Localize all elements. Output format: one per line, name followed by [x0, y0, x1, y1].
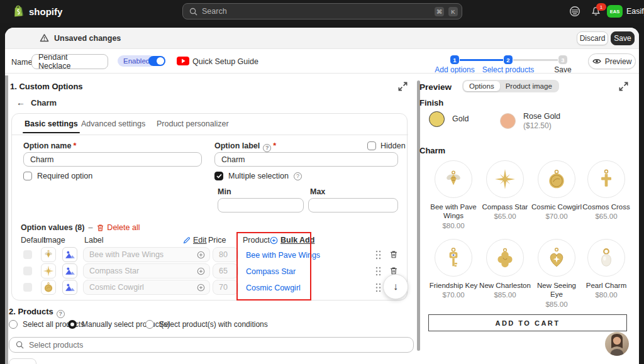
expand-preview-icon[interactable]	[618, 81, 629, 92]
row-label-input[interactable]: Compass Star	[83, 263, 210, 279]
charm-item-cosmos-cross[interactable]: Cosmos Cross$65.00	[580, 160, 632, 220]
row-label-text: Compass Star	[89, 267, 139, 275]
image-placeholder-icon	[65, 250, 75, 260]
quick-setup-guide-link[interactable]: Quick Setup Guide	[192, 57, 258, 66]
charm-image[interactable]	[538, 239, 575, 277]
row-product-link[interactable]: Bee with Pave Wings	[246, 251, 320, 260]
support-chat-avatar[interactable]	[605, 332, 629, 356]
radio-button[interactable]	[9, 320, 18, 329]
charm-image[interactable]	[587, 239, 625, 277]
row-default-checkbox[interactable]	[23, 250, 32, 259]
step-label-1[interactable]: Add options	[435, 65, 474, 74]
radio-button[interactable]	[145, 320, 154, 329]
global-search-input[interactable]: Search ⌘ K	[182, 3, 462, 19]
enabled-toggle[interactable]	[148, 56, 165, 66]
charm-image[interactable]	[587, 160, 625, 198]
heart-charm-icon	[546, 247, 567, 268]
row-image-upload-button[interactable]	[62, 247, 77, 262]
row-default-checkbox[interactable]	[23, 267, 32, 275]
expand-panel-icon[interactable]	[397, 81, 408, 92]
drag-handle-icon	[375, 267, 381, 276]
row-default-checkbox[interactable]	[23, 283, 32, 292]
storefront-icon-button[interactable]	[569, 6, 580, 19]
tab-advanced-settings[interactable]: Advanced settings	[81, 119, 145, 128]
add-to-cart-button[interactable]: ADD TO CART	[428, 314, 627, 331]
save-button[interactable]: Save	[611, 31, 635, 45]
radio-button[interactable]	[68, 320, 77, 329]
preview-tab-product-image[interactable]: Product image	[500, 81, 558, 91]
max-input[interactable]	[308, 198, 398, 212]
charm-price: $65.00	[479, 212, 531, 220]
hidden-checkbox-row[interactable]: Hidden	[367, 141, 406, 150]
row-label-plus-icon[interactable]	[197, 267, 205, 277]
multiple-selection-row[interactable]: Multiple selection ?	[214, 172, 302, 180]
preview-tab-options[interactable]: Options	[464, 81, 500, 91]
window-left-scrollbar[interactable]	[5, 75, 8, 364]
charm-image[interactable]	[435, 239, 472, 277]
tab-basic-settings[interactable]: Basic settings	[25, 119, 78, 128]
row-label-input[interactable]: Cosmic Cowgirl	[83, 280, 210, 295]
account-menu[interactable]: EAS Easify	[607, 5, 644, 18]
edit-labels-link[interactable]: Edit	[183, 236, 207, 245]
row-price-input[interactable]: 80	[213, 247, 238, 262]
option-label-input[interactable]: Charm	[214, 152, 398, 167]
eye-icon	[592, 58, 601, 65]
row-image-upload-button[interactable]	[62, 280, 77, 295]
row-label-text: Bee with Pave Wings	[89, 250, 164, 259]
option-label-help-icon[interactable]: ?	[263, 144, 271, 152]
row-drag-handle[interactable]	[375, 250, 381, 262]
swatch-circle[interactable]	[429, 111, 445, 127]
multiple-selection-help-icon[interactable]: ?	[294, 172, 302, 180]
row-image-upload-button[interactable]	[62, 263, 77, 279]
charm-item-compass-star[interactable]: Compass Star$65.00	[479, 160, 531, 220]
required-option-checkbox[interactable]	[23, 172, 32, 180]
row-drag-handle[interactable]	[375, 283, 381, 294]
preview-button[interactable]: Preview	[588, 53, 636, 69]
clipped-element	[9, 358, 36, 364]
step-badge-3: 3	[558, 55, 567, 64]
step-label-2[interactable]: Select products	[482, 65, 535, 74]
bee-charm-icon	[443, 168, 464, 190]
charm-item-new-charleston[interactable]: New Charleston$85.00	[479, 239, 531, 299]
row-delete-button[interactable]	[389, 250, 398, 261]
finish-swatch-gold[interactable]: Gold	[429, 111, 469, 127]
charm-name: New Charleston	[479, 281, 531, 290]
row-label-plus-icon[interactable]	[197, 284, 205, 294]
charm-item-bee-with-pave-wings[interactable]: Bee with Pave Wings$80.00	[428, 160, 479, 229]
select-products-input[interactable]: Select products	[9, 337, 414, 353]
discard-button[interactable]: Discard	[577, 31, 608, 45]
charm-image[interactable]	[435, 160, 472, 198]
row-product-link[interactable]: Compass Star	[246, 267, 296, 276]
charm-item-new-seeing-eye[interactable]: New Seeing Eye$85.00	[531, 239, 582, 308]
name-input[interactable]: Pendant Necklace	[31, 54, 108, 69]
charm-item-pearl-charm[interactable]: Pearl Charm$80.00	[580, 239, 632, 299]
required-option-row[interactable]: Required option	[23, 172, 92, 180]
multiple-selection-checkbox[interactable]	[214, 172, 223, 180]
bulk-add-link[interactable]: Bulk Add	[270, 236, 314, 245]
hidden-checkbox[interactable]	[367, 141, 376, 150]
charm-item-cosmic-cowgirl[interactable]: Cosmic Cowgirl$70.00	[531, 160, 582, 220]
step-label-3[interactable]: Save	[554, 65, 571, 74]
back-navigation[interactable]: ← Charm	[16, 97, 57, 108]
charm-image[interactable]	[486, 160, 524, 198]
row-label-plus-icon[interactable]	[197, 251, 205, 261]
radio-select-product-s-with-conditions[interactable]: Select product(s) with conditions	[145, 320, 268, 329]
charm-image[interactable]	[538, 160, 575, 198]
delete-all-button[interactable]: Delete all	[96, 223, 140, 232]
toolbar-row: Name Pendant Necklace Enabled Quick Setu…	[5, 49, 639, 74]
products-help-icon[interactable]: ?	[57, 310, 65, 318]
swatch-circle[interactable]	[500, 113, 516, 129]
row-product-link[interactable]: Cosmic Cowgirl	[246, 284, 301, 292]
row-label-input[interactable]: Bee with Pave Wings	[83, 247, 210, 262]
finish-swatch-rose-gold[interactable]: Rose Gold($12.50)	[500, 111, 560, 131]
tab-product-personalizer[interactable]: Product personalizer	[157, 119, 229, 128]
row-drag-handle[interactable]	[375, 267, 381, 278]
row-price-input[interactable]: 65	[213, 263, 238, 279]
charm-item-friendship-key[interactable]: Friendship Key$70.00	[428, 239, 479, 299]
scroll-down-button[interactable]: ↓	[383, 274, 408, 299]
row-price-input[interactable]: 70	[213, 280, 238, 295]
option-name-input[interactable]: Charm	[23, 152, 202, 167]
notifications-button[interactable]: 1	[591, 6, 603, 18]
min-input[interactable]	[218, 198, 304, 212]
charm-image[interactable]	[486, 239, 524, 277]
